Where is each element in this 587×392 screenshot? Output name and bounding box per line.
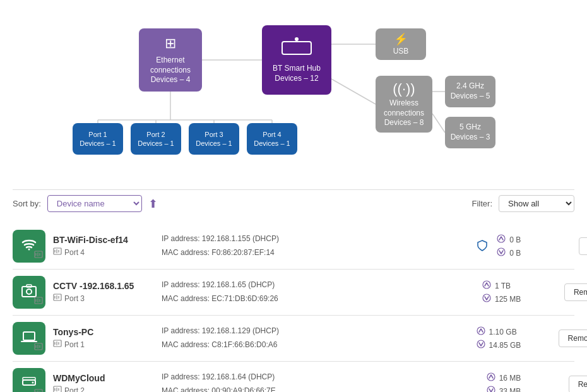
ip-address: IP address: 192.168.1.129 (DHCP) bbox=[162, 324, 469, 338]
device-info-3: WDMyCloud Port 2 bbox=[53, 373, 154, 392]
upload-icon bbox=[487, 372, 495, 383]
device-name: CCTV -192.168.1.65 bbox=[53, 281, 154, 291]
sort-direction-icon[interactable]: ⬆ bbox=[148, 197, 158, 211]
wireless-icon: ((·)) bbox=[393, 80, 415, 98]
device-port: Port 2 bbox=[53, 385, 154, 392]
port-icon bbox=[53, 247, 62, 258]
wireless-devices: Devices – 8 bbox=[384, 118, 424, 128]
svg-point-37 bbox=[483, 294, 490, 302]
download-value: 125 MB bbox=[495, 295, 521, 304]
ethernet-label: Ethernet connections bbox=[144, 56, 197, 75]
port-label: Port 4 bbox=[64, 248, 85, 257]
mac-address: MAC address: EC:71:DB:6D:69:26 bbox=[162, 292, 475, 306]
port-badge-icon bbox=[34, 250, 43, 260]
device-addresses-1: IP address: 192.168.1.65 (DHCP) MAC addr… bbox=[162, 278, 475, 306]
device-name: BT-WiFi-Disc-ef14 bbox=[53, 235, 154, 245]
download-value: 33 MB bbox=[499, 387, 521, 393]
download-value: 14.85 GB bbox=[489, 341, 521, 350]
filter-label: Filter: bbox=[472, 199, 493, 208]
hub-icon bbox=[281, 37, 312, 61]
upload-icon bbox=[497, 234, 506, 245]
upload-value: 1 TB bbox=[495, 282, 511, 290]
device-addresses-2: IP address: 192.168.1.129 (DHCP) MAC add… bbox=[162, 324, 469, 352]
download-icon bbox=[487, 386, 495, 392]
ghz5-devices: Devices – 3 bbox=[451, 133, 490, 143]
svg-point-14 bbox=[28, 249, 30, 251]
device-row: CCTV -192.168.1.65 Port 3 IP address: 19… bbox=[13, 270, 574, 316]
sort-select[interactable]: Device name IP address bbox=[47, 195, 142, 212]
device-right-1: 1 TB 125 MB Remove bbox=[482, 280, 574, 304]
wireless-node: ((·)) Wireless connections Devices – 8 bbox=[376, 76, 432, 133]
port-badge-icon bbox=[34, 388, 43, 392]
ethernet-devices: Devices – 4 bbox=[151, 75, 191, 85]
port-badge-icon bbox=[34, 296, 43, 306]
filter-select[interactable]: Show all Wired Wireless bbox=[499, 195, 574, 212]
port3-node: Port 3 Devices – 1 bbox=[189, 123, 239, 155]
device-list: BT-WiFi-Disc-ef14 Port 4 IP address: 192… bbox=[13, 223, 574, 392]
upload-icon bbox=[482, 280, 491, 291]
upload-row: 1 TB bbox=[482, 280, 558, 291]
device-port: Port 3 bbox=[53, 293, 154, 304]
remove-button[interactable]: Remove bbox=[564, 283, 587, 301]
remove-button[interactable]: Remove bbox=[579, 237, 587, 255]
hub-devices: Devices – 12 bbox=[275, 74, 318, 84]
remove-button[interactable]: Remove bbox=[569, 376, 587, 392]
device-addresses-0: IP address: 192.168.1.155 (DHCP) MAC add… bbox=[162, 232, 469, 259]
ip-address: IP address: 192.168.1.155 (DHCP) bbox=[162, 232, 469, 246]
svg-point-24 bbox=[497, 248, 505, 256]
upload-value: 1.10 GB bbox=[489, 328, 517, 336]
remove-button[interactable]: Remove bbox=[559, 330, 587, 347]
usb-label: USB bbox=[393, 47, 409, 57]
download-row: 14.85 GB bbox=[477, 340, 552, 350]
device-name: WDMyCloud bbox=[53, 373, 154, 383]
device-info-0: BT-WiFi-Disc-ef14 Port 4 bbox=[53, 235, 154, 258]
device-row: WDMyCloud Port 2 IP address: 192.168.1.6… bbox=[13, 362, 574, 392]
ghz24-label: 2.4 GHz bbox=[456, 81, 484, 92]
download-row: 125 MB bbox=[482, 294, 558, 304]
device-info-2: Tonys-PC Port 1 bbox=[53, 327, 154, 350]
ghz24-devices: Devices – 5 bbox=[451, 92, 490, 102]
port-label: Port 1 bbox=[64, 340, 85, 349]
svg-rect-52 bbox=[23, 377, 35, 380]
port1-devices: Devices – 1 bbox=[80, 139, 116, 148]
device-right-2: 1.10 GB 14.85 GB Remove bbox=[477, 326, 574, 350]
svg-line-4 bbox=[432, 114, 445, 133]
port3-label: Port 3 bbox=[205, 130, 223, 139]
download-icon bbox=[482, 294, 491, 304]
port4-devices: Devices – 1 bbox=[254, 139, 290, 148]
network-diagram: ⊞ Ethernet connections Devices – 4 BT Sm… bbox=[22, 6, 565, 177]
upload-value: 16 MB bbox=[499, 374, 521, 383]
device-right-0: 0 B 0 B Remove bbox=[477, 234, 574, 258]
device-icon-2 bbox=[13, 322, 45, 355]
mac-address: MAC address: F0:86:20:87:EF:14 bbox=[162, 246, 469, 260]
shield-icon bbox=[477, 240, 488, 253]
port-label: Port 2 bbox=[64, 386, 85, 393]
device-row: BT-WiFi-Disc-ef14 Port 4 IP address: 192… bbox=[13, 223, 574, 270]
device-icon-3 bbox=[13, 368, 45, 392]
usb-node: ⚡ USB bbox=[376, 28, 426, 60]
ip-address: IP address: 192.168.1.64 (DHCP) bbox=[162, 371, 479, 384]
port2-label: Port 2 bbox=[146, 130, 165, 139]
download-row: 0 B bbox=[497, 247, 572, 258]
port4-node: Port 4 Devices – 1 bbox=[247, 123, 297, 155]
usb-icon: ⚡ bbox=[394, 32, 408, 47]
ip-address: IP address: 192.168.1.65 (DHCP) bbox=[162, 278, 475, 292]
svg-point-36 bbox=[483, 281, 490, 288]
svg-point-51 bbox=[32, 382, 34, 384]
hub-node: BT Smart Hub Devices – 12 bbox=[262, 25, 331, 95]
device-traffic-0: 0 B 0 B bbox=[497, 234, 572, 258]
device-info-1: CCTV -192.168.1.65 Port 3 bbox=[53, 281, 154, 304]
wireless-label: Wireless connections bbox=[381, 98, 427, 118]
port2-devices: Devices – 1 bbox=[138, 139, 174, 148]
mac-address: MAC address: C8:1F:66:B6:D0:A6 bbox=[162, 338, 469, 352]
upload-row: 16 MB bbox=[487, 372, 562, 383]
device-icon-0 bbox=[13, 230, 45, 263]
svg-rect-25 bbox=[22, 287, 36, 297]
download-value: 0 B bbox=[509, 249, 521, 258]
ethernet-node: ⊞ Ethernet connections Devices – 4 bbox=[139, 28, 202, 92]
port4-label: Port 4 bbox=[263, 130, 281, 139]
port-icon bbox=[53, 293, 62, 304]
ghz5-label: 5 GHz bbox=[460, 122, 481, 133]
download-row: 33 MB bbox=[487, 386, 562, 392]
download-icon bbox=[497, 247, 506, 258]
